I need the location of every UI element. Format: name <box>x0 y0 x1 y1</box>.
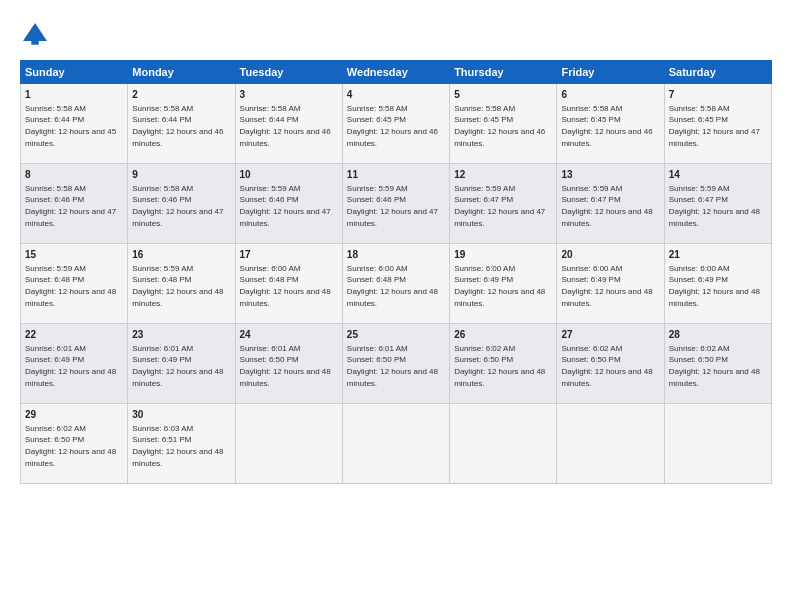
day-number: 15 <box>25 248 123 262</box>
cell-info: Sunrise: 5:58 AMSunset: 6:45 PMDaylight:… <box>454 104 545 148</box>
day-number: 24 <box>240 328 338 342</box>
cell-info: Sunrise: 5:59 AMSunset: 6:47 PMDaylight:… <box>454 184 545 228</box>
header <box>20 20 772 50</box>
cell-info: Sunrise: 5:58 AMSunset: 6:46 PMDaylight:… <box>25 184 116 228</box>
day-number: 7 <box>669 88 767 102</box>
calendar-cell: 12Sunrise: 5:59 AMSunset: 6:47 PMDayligh… <box>450 164 557 244</box>
calendar-cell <box>450 404 557 484</box>
cell-info: Sunrise: 6:01 AMSunset: 6:49 PMDaylight:… <box>25 344 116 388</box>
cell-info: Sunrise: 5:58 AMSunset: 6:44 PMDaylight:… <box>132 104 223 148</box>
day-number: 13 <box>561 168 659 182</box>
day-number: 28 <box>669 328 767 342</box>
day-number: 18 <box>347 248 445 262</box>
cell-info: Sunrise: 6:01 AMSunset: 6:50 PMDaylight:… <box>347 344 438 388</box>
calendar-cell: 26Sunrise: 6:02 AMSunset: 6:50 PMDayligh… <box>450 324 557 404</box>
cell-info: Sunrise: 6:01 AMSunset: 6:50 PMDaylight:… <box>240 344 331 388</box>
calendar-cell: 11Sunrise: 5:59 AMSunset: 6:46 PMDayligh… <box>342 164 449 244</box>
calendar-week-1: 1Sunrise: 5:58 AMSunset: 6:44 PMDaylight… <box>21 84 772 164</box>
svg-rect-1 <box>31 41 39 45</box>
day-number: 10 <box>240 168 338 182</box>
weekday-header-friday: Friday <box>557 61 664 84</box>
day-number: 29 <box>25 408 123 422</box>
day-number: 23 <box>132 328 230 342</box>
day-number: 27 <box>561 328 659 342</box>
day-number: 19 <box>454 248 552 262</box>
calendar-cell: 8Sunrise: 5:58 AMSunset: 6:46 PMDaylight… <box>21 164 128 244</box>
cell-info: Sunrise: 5:58 AMSunset: 6:45 PMDaylight:… <box>347 104 438 148</box>
page: SundayMondayTuesdayWednesdayThursdayFrid… <box>0 0 792 612</box>
calendar-cell <box>342 404 449 484</box>
calendar-week-4: 22Sunrise: 6:01 AMSunset: 6:49 PMDayligh… <box>21 324 772 404</box>
calendar-cell: 5Sunrise: 5:58 AMSunset: 6:45 PMDaylight… <box>450 84 557 164</box>
day-number: 16 <box>132 248 230 262</box>
calendar-week-3: 15Sunrise: 5:59 AMSunset: 6:48 PMDayligh… <box>21 244 772 324</box>
day-number: 2 <box>132 88 230 102</box>
calendar-cell: 22Sunrise: 6:01 AMSunset: 6:49 PMDayligh… <box>21 324 128 404</box>
calendar-cell: 10Sunrise: 5:59 AMSunset: 6:46 PMDayligh… <box>235 164 342 244</box>
calendar-cell: 28Sunrise: 6:02 AMSunset: 6:50 PMDayligh… <box>664 324 771 404</box>
cell-info: Sunrise: 5:59 AMSunset: 6:48 PMDaylight:… <box>132 264 223 308</box>
calendar-cell: 3Sunrise: 5:58 AMSunset: 6:44 PMDaylight… <box>235 84 342 164</box>
cell-info: Sunrise: 6:00 AMSunset: 6:49 PMDaylight:… <box>669 264 760 308</box>
calendar-cell: 21Sunrise: 6:00 AMSunset: 6:49 PMDayligh… <box>664 244 771 324</box>
weekday-header-row: SundayMondayTuesdayWednesdayThursdayFrid… <box>21 61 772 84</box>
cell-info: Sunrise: 6:00 AMSunset: 6:49 PMDaylight:… <box>561 264 652 308</box>
day-number: 21 <box>669 248 767 262</box>
weekday-header-sunday: Sunday <box>21 61 128 84</box>
cell-info: Sunrise: 5:59 AMSunset: 6:47 PMDaylight:… <box>561 184 652 228</box>
day-number: 20 <box>561 248 659 262</box>
cell-info: Sunrise: 5:59 AMSunset: 6:46 PMDaylight:… <box>347 184 438 228</box>
cell-info: Sunrise: 6:02 AMSunset: 6:50 PMDaylight:… <box>561 344 652 388</box>
calendar-cell: 18Sunrise: 6:00 AMSunset: 6:48 PMDayligh… <box>342 244 449 324</box>
day-number: 6 <box>561 88 659 102</box>
calendar-cell <box>664 404 771 484</box>
logo <box>20 20 54 50</box>
cell-info: Sunrise: 5:58 AMSunset: 6:46 PMDaylight:… <box>132 184 223 228</box>
cell-info: Sunrise: 6:03 AMSunset: 6:51 PMDaylight:… <box>132 424 223 468</box>
cell-info: Sunrise: 6:02 AMSunset: 6:50 PMDaylight:… <box>25 424 116 468</box>
weekday-header-wednesday: Wednesday <box>342 61 449 84</box>
calendar-cell: 7Sunrise: 5:58 AMSunset: 6:45 PMDaylight… <box>664 84 771 164</box>
calendar-cell: 27Sunrise: 6:02 AMSunset: 6:50 PMDayligh… <box>557 324 664 404</box>
calendar-cell: 14Sunrise: 5:59 AMSunset: 6:47 PMDayligh… <box>664 164 771 244</box>
cell-info: Sunrise: 6:00 AMSunset: 6:48 PMDaylight:… <box>240 264 331 308</box>
calendar-cell: 15Sunrise: 5:59 AMSunset: 6:48 PMDayligh… <box>21 244 128 324</box>
calendar-cell: 20Sunrise: 6:00 AMSunset: 6:49 PMDayligh… <box>557 244 664 324</box>
calendar-cell: 16Sunrise: 5:59 AMSunset: 6:48 PMDayligh… <box>128 244 235 324</box>
cell-info: Sunrise: 6:02 AMSunset: 6:50 PMDaylight:… <box>669 344 760 388</box>
calendar-cell: 1Sunrise: 5:58 AMSunset: 6:44 PMDaylight… <box>21 84 128 164</box>
cell-info: Sunrise: 5:59 AMSunset: 6:46 PMDaylight:… <box>240 184 331 228</box>
logo-icon <box>20 20 50 50</box>
calendar-cell: 30Sunrise: 6:03 AMSunset: 6:51 PMDayligh… <box>128 404 235 484</box>
calendar-cell: 25Sunrise: 6:01 AMSunset: 6:50 PMDayligh… <box>342 324 449 404</box>
cell-info: Sunrise: 5:58 AMSunset: 6:44 PMDaylight:… <box>240 104 331 148</box>
day-number: 14 <box>669 168 767 182</box>
day-number: 17 <box>240 248 338 262</box>
day-number: 9 <box>132 168 230 182</box>
calendar-week-5: 29Sunrise: 6:02 AMSunset: 6:50 PMDayligh… <box>21 404 772 484</box>
calendar-cell: 13Sunrise: 5:59 AMSunset: 6:47 PMDayligh… <box>557 164 664 244</box>
cell-info: Sunrise: 6:00 AMSunset: 6:48 PMDaylight:… <box>347 264 438 308</box>
calendar-cell: 24Sunrise: 6:01 AMSunset: 6:50 PMDayligh… <box>235 324 342 404</box>
cell-info: Sunrise: 6:02 AMSunset: 6:50 PMDaylight:… <box>454 344 545 388</box>
weekday-header-tuesday: Tuesday <box>235 61 342 84</box>
weekday-header-thursday: Thursday <box>450 61 557 84</box>
day-number: 4 <box>347 88 445 102</box>
calendar-cell: 23Sunrise: 6:01 AMSunset: 6:49 PMDayligh… <box>128 324 235 404</box>
calendar-cell: 29Sunrise: 6:02 AMSunset: 6:50 PMDayligh… <box>21 404 128 484</box>
calendar-cell: 6Sunrise: 5:58 AMSunset: 6:45 PMDaylight… <box>557 84 664 164</box>
day-number: 12 <box>454 168 552 182</box>
calendar-cell <box>557 404 664 484</box>
calendar-cell: 2Sunrise: 5:58 AMSunset: 6:44 PMDaylight… <box>128 84 235 164</box>
day-number: 5 <box>454 88 552 102</box>
cell-info: Sunrise: 5:59 AMSunset: 6:47 PMDaylight:… <box>669 184 760 228</box>
weekday-header-monday: Monday <box>128 61 235 84</box>
calendar-cell: 19Sunrise: 6:00 AMSunset: 6:49 PMDayligh… <box>450 244 557 324</box>
day-number: 25 <box>347 328 445 342</box>
calendar-cell: 4Sunrise: 5:58 AMSunset: 6:45 PMDaylight… <box>342 84 449 164</box>
day-number: 1 <box>25 88 123 102</box>
calendar-week-2: 8Sunrise: 5:58 AMSunset: 6:46 PMDaylight… <box>21 164 772 244</box>
day-number: 30 <box>132 408 230 422</box>
day-number: 26 <box>454 328 552 342</box>
calendar-cell: 17Sunrise: 6:00 AMSunset: 6:48 PMDayligh… <box>235 244 342 324</box>
